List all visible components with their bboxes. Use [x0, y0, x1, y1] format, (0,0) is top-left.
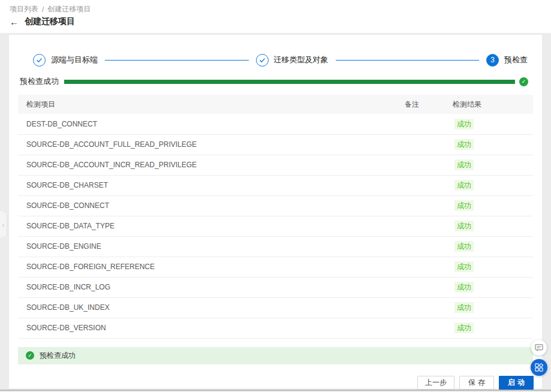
check-item-result-cell: 成功	[453, 236, 533, 257]
result-badge: 成功	[454, 302, 474, 313]
title-row: ← 创建迁移项目	[10, 16, 75, 27]
previous-step-button[interactable]: 上一步	[417, 376, 454, 390]
precheck-progress-fill	[64, 80, 515, 84]
table-row: SOURCE-DB_UK_INDEX 成功	[18, 297, 533, 318]
table-row: SOURCE-DB_CONNECT 成功	[18, 195, 533, 216]
precheck-progress-bar	[64, 80, 515, 84]
result-badge: 成功	[454, 241, 474, 252]
table-row: SOURCE-DB_INCR_LOG 成功	[18, 277, 533, 297]
footer-actions: 上一步 保存 启动	[18, 376, 534, 390]
step-done-check-icon	[33, 54, 46, 67]
check-item-result-cell: 成功	[453, 114, 533, 134]
feedback-button[interactable]	[531, 340, 547, 355]
step-connector-line	[105, 60, 249, 61]
precheck-results-table: 检测项目 备注 检测结果 DEST-DB_CONNECT 成功 SOURCE-D…	[18, 95, 533, 339]
start-button[interactable]: 启动	[499, 376, 534, 390]
check-item-name: SOURCE-DB_FOREIGN_REFERENCE	[18, 257, 405, 277]
table-row: SOURCE-DB_ENGINE 成功	[18, 236, 533, 257]
result-badge: 成功	[454, 180, 474, 191]
step-label: 源端与目标端	[51, 55, 98, 65]
step-done-check-icon	[256, 54, 269, 67]
result-badge: 成功	[454, 139, 474, 150]
wizard-stepper: 源端与目标端 迁移类型及对象 3 预检查	[33, 53, 528, 67]
column-header-check-item: 检测项目	[18, 95, 405, 114]
result-badge: 成功	[454, 221, 474, 231]
result-badge: 成功	[454, 159, 474, 170]
speech-bubble-icon	[535, 344, 543, 352]
check-item-remark	[405, 134, 453, 155]
check-item-result-cell: 成功	[453, 175, 533, 195]
check-item-remark	[405, 216, 453, 236]
table-header-row: 检测项目 备注 检测结果	[18, 95, 533, 114]
step-number-badge: 3	[486, 54, 499, 67]
table-row: DEST-DB_CONNECT 成功	[18, 114, 533, 134]
result-badge: 成功	[454, 261, 474, 272]
main-card: 源端与目标端 迁移类型及对象 3 预检查 预检查成功 ✓ 检测项目	[9, 35, 542, 388]
check-item-remark	[405, 318, 453, 338]
column-header-result: 检测结果	[453, 95, 533, 114]
step-source-target[interactable]: 源端与目标端	[33, 54, 98, 67]
step-connector-line	[336, 60, 480, 61]
step-migration-type[interactable]: 迁移类型及对象	[256, 54, 329, 67]
result-badge: 成功	[454, 322, 474, 333]
column-header-remark: 备注	[405, 95, 453, 114]
page-title: 创建迁移项目	[25, 16, 75, 27]
check-item-name: DEST-DB_CONNECT	[18, 114, 405, 134]
check-item-name: SOURCE-DB_ACCOUNT_INCR_READ_PRIVILEGE	[18, 155, 405, 175]
precheck-complete-check-icon: ✓	[519, 77, 528, 86]
check-item-remark	[405, 114, 453, 134]
save-button[interactable]: 保存	[459, 376, 494, 390]
check-item-name: SOURCE-DB_ACCOUNT_FULL_READ_PRIVILEGE	[18, 134, 405, 155]
check-item-remark	[405, 297, 453, 318]
check-item-result-cell: 成功	[453, 277, 533, 297]
check-item-result-cell: 成功	[453, 134, 533, 155]
check-item-remark	[405, 257, 453, 277]
check-item-name: SOURCE-DB_ENGINE	[18, 236, 405, 257]
check-item-name: SOURCE-DB_DATA_TYPE	[18, 216, 405, 236]
check-item-remark	[405, 195, 453, 216]
table-row: SOURCE-DB_ACCOUNT_INCR_READ_PRIVILEGE 成功	[18, 155, 533, 175]
alert-text: 预检查成功	[40, 351, 76, 361]
check-item-name: SOURCE-DB_VERSION	[18, 318, 405, 338]
check-item-remark	[405, 277, 453, 297]
breadcrumb: 项目列表 / 创建迁移项目	[10, 4, 91, 14]
check-item-remark	[405, 155, 453, 175]
check-item-remark	[405, 175, 453, 195]
result-badge: 成功	[454, 119, 474, 129]
table-row: SOURCE-DB_DATA_TYPE 成功	[18, 216, 533, 236]
check-item-result-cell: 成功	[453, 195, 533, 216]
breadcrumb-project-list[interactable]: 项目列表	[10, 4, 38, 14]
step-precheck[interactable]: 3 预检查	[486, 54, 528, 67]
table-row: SOURCE-DB_VERSION 成功	[18, 318, 533, 338]
step-label: 迁移类型及对象	[274, 55, 329, 65]
back-icon[interactable]: ←	[10, 17, 19, 26]
breadcrumb-current: 创建迁移项目	[47, 4, 91, 14]
result-badge: 成功	[454, 282, 474, 293]
check-item-result-cell: 成功	[453, 216, 533, 236]
breadcrumb-separator: /	[42, 5, 44, 14]
check-item-name: SOURCE-DB_CONNECT	[18, 195, 405, 216]
step-label: 预检查	[504, 55, 528, 65]
table-row: SOURCE-DB_ACCOUNT_FULL_READ_PRIVILEGE 成功	[18, 134, 533, 155]
check-item-result-cell: 成功	[453, 297, 533, 318]
table-body: DEST-DB_CONNECT 成功 SOURCE-DB_ACCOUNT_FUL…	[18, 114, 533, 338]
table-row: SOURCE-DB_CHARSET 成功	[18, 175, 533, 195]
check-item-name: SOURCE-DB_UK_INDEX	[18, 297, 405, 318]
table-row: SOURCE-DB_FOREIGN_REFERENCE 成功	[18, 257, 533, 277]
apps-grid-button[interactable]	[531, 359, 547, 376]
sidebar-collapse-handle[interactable]: ‹	[0, 210, 7, 239]
check-item-result-cell: 成功	[453, 318, 533, 338]
check-item-name: SOURCE-DB_INCR_LOG	[18, 277, 405, 297]
precheck-success-alert: ✓ 预检查成功	[18, 347, 533, 364]
precheck-status-label: 预检查成功	[20, 76, 59, 87]
result-badge: 成功	[454, 200, 474, 211]
chevron-left-icon: ‹	[2, 221, 5, 228]
check-item-result-cell: 成功	[453, 257, 533, 277]
check-item-result-cell: 成功	[453, 155, 533, 175]
check-item-name: SOURCE-DB_CHARSET	[18, 175, 405, 195]
precheck-progress-row: 预检查成功 ✓	[20, 77, 528, 86]
success-check-icon: ✓	[26, 351, 34, 360]
app-grid-icon	[535, 363, 543, 372]
check-item-remark	[405, 236, 453, 257]
page-bottom-divider	[0, 390, 551, 391]
